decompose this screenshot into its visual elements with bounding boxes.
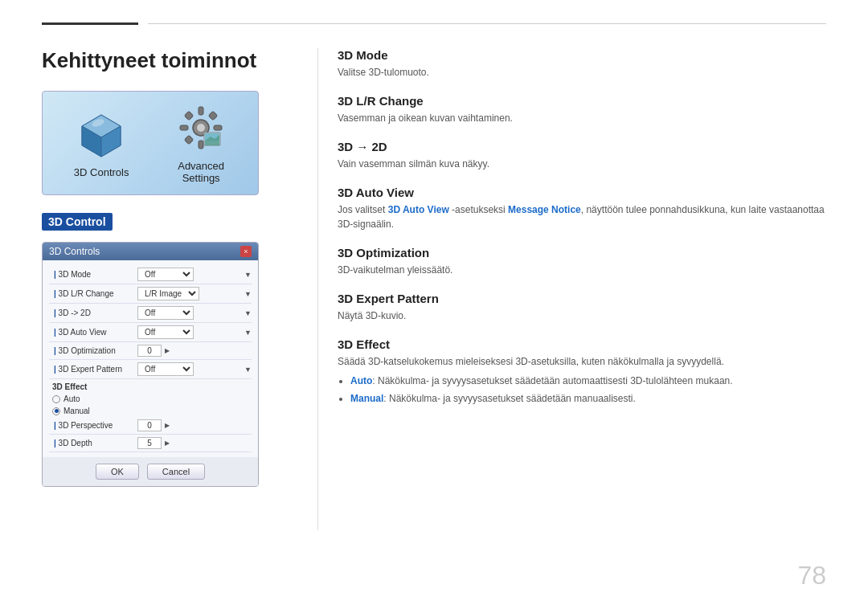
- row-label-3d-mode: 3D Mode: [49, 270, 137, 279]
- row-label-auto-view: 3D Auto View: [49, 328, 137, 337]
- icon-label-advanced-settings: AdvancedSettings: [178, 160, 224, 184]
- top-line-light: [148, 23, 826, 24]
- row-arrow-3d-2d: ▼: [244, 309, 252, 317]
- highlight-auto: Auto: [350, 375, 372, 386]
- perspective-value: 0: [137, 419, 162, 431]
- section-title-auto-view: 3D Auto View: [338, 186, 826, 199]
- gear-icon: [175, 102, 227, 153]
- row-value-expert-pattern: Off ▼: [137, 362, 252, 376]
- row-label-expert-pattern: 3D Expert Pattern: [49, 365, 137, 374]
- section-lr-change: 3D L/R Change Vasemman ja oikean kuvan v…: [338, 94, 826, 125]
- optimization-number: 0 ▶: [137, 345, 170, 357]
- row-value-auto-view: Off ▼: [137, 325, 252, 339]
- vertical-divider: [317, 48, 318, 530]
- cancel-button[interactable]: Cancel: [147, 464, 205, 480]
- row-value-3d-2d: Off ▼: [137, 306, 252, 320]
- section-3d-2d: 3D → 2D Vain vasemman silmän kuva näkyy.: [338, 140, 826, 171]
- depth-value: 5: [137, 437, 162, 449]
- row-value-perspective: 0 ▶: [137, 419, 252, 431]
- row-arrow-3d-mode: ▼: [244, 271, 252, 279]
- dialog-titlebar: 3D Controls ×: [43, 243, 258, 260]
- dialog-box: 3D Controls × 3D Mode Off ▼ 3D L/R Ch: [42, 242, 259, 487]
- section-3d-mode: 3D Mode Valitse 3D-tulomuoto.: [338, 48, 826, 80]
- 3d-effect-bullets: Auto: Näkökulma- ja syvyysasetukset sääd…: [338, 374, 826, 406]
- section-title-3d-mode: 3D Mode: [338, 48, 826, 62]
- 3d-mode-select[interactable]: Off: [137, 268, 194, 281]
- icon-grid: 3D Controls: [42, 91, 259, 195]
- 3d-2d-select[interactable]: Off: [137, 306, 194, 320]
- svg-rect-7: [199, 107, 203, 115]
- svg-rect-13: [184, 135, 193, 144]
- section-desc-3d-mode: Valitse 3D-tulomuoto.: [338, 65, 826, 80]
- icon-label-3d-controls: 3D Controls: [74, 166, 129, 178]
- dialog-row-auto-view: 3D Auto View Off ▼: [49, 323, 252, 342]
- dialog-row-perspective: 3D Perspective 0 ▶: [49, 417, 252, 435]
- section-desc-optimization: 3D-vaikutelman yleissäätö.: [338, 263, 826, 277]
- top-decorative-lines: [0, 0, 868, 25]
- section-expert-pattern: 3D Expert Pattern Näytä 3D-kuvio.: [338, 292, 826, 323]
- top-line-dark: [42, 22, 138, 25]
- svg-rect-11: [184, 111, 193, 120]
- row-label-lr-change: 3D L/R Change: [49, 289, 137, 298]
- row-value-3d-mode: Off ▼: [137, 268, 252, 281]
- svg-rect-12: [208, 111, 217, 120]
- row-arrow-expert-pattern: ▼: [244, 366, 252, 374]
- dialog-title: 3D Controls: [49, 246, 100, 257]
- auto-view-select[interactable]: Off: [137, 325, 194, 339]
- bullet-manual: Manual: Näkökulma- ja syvyysasetukset sä…: [350, 391, 826, 406]
- row-value-optimization: 0 ▶: [137, 345, 252, 357]
- section-3d-effect: 3D Effect Säädä 3D-katselukokemus mielei…: [338, 337, 826, 406]
- 3d-control-header: 3D Control: [42, 213, 113, 231]
- radio-row-auto: Auto: [49, 393, 252, 405]
- row-label-depth: 3D Depth: [49, 439, 137, 447]
- perspective-number: 0 ▶: [137, 419, 170, 431]
- dialog-body: 3D Mode Off ▼ 3D L/R Change L/R Image: [43, 260, 258, 457]
- row-value-lr-change: L/R Image ▼: [137, 287, 252, 300]
- svg-rect-9: [180, 125, 188, 130]
- highlight-message-notice: Message Notice: [508, 204, 581, 215]
- section-desc-expert-pattern: Näytä 3D-kuvio.: [338, 309, 826, 323]
- section-title-optimization: 3D Optimization: [338, 246, 826, 260]
- row-label-optimization: 3D Optimization: [49, 346, 137, 355]
- highlight-auto-view: 3D Auto View: [388, 204, 449, 215]
- perspective-forward[interactable]: ▶: [165, 422, 170, 429]
- optimization-value: 0: [137, 345, 162, 357]
- row-label-3d-2d: 3D -> 2D: [49, 309, 137, 317]
- highlight-manual: Manual: [350, 393, 383, 404]
- lr-change-select[interactable]: L/R Image: [137, 287, 199, 300]
- radio-manual[interactable]: [52, 407, 60, 415]
- expert-pattern-select[interactable]: Off: [137, 362, 194, 376]
- row-label-perspective: 3D Perspective: [49, 421, 137, 430]
- dialog-row-lr-change: 3D L/R Change L/R Image ▼: [49, 284, 252, 304]
- dialog-close-button[interactable]: ×: [240, 246, 252, 257]
- dialog-row-3d-mode: 3D Mode Off ▼: [49, 265, 252, 284]
- depth-number: 5 ▶: [137, 437, 170, 449]
- section-desc-auto-view: Jos valitset 3D Auto View -asetukseksi M…: [338, 202, 826, 231]
- dialog-row-expert-pattern: 3D Expert Pattern Off ▼: [49, 360, 252, 379]
- dialog-row-depth: 3D Depth 5 ▶: [49, 435, 252, 452]
- effect-section-label: 3D Effect: [49, 379, 252, 393]
- icon-item-advanced-settings: AdvancedSettings: [175, 102, 227, 184]
- bullet-auto: Auto: Näkökulma- ja syvyysasetukset sääd…: [350, 374, 826, 388]
- radio-auto[interactable]: [52, 395, 60, 403]
- row-arrow-lr-change: ▼: [244, 290, 252, 298]
- right-column: 3D Mode Valitse 3D-tulomuoto. 3D L/R Cha…: [338, 48, 826, 420]
- ok-button[interactable]: OK: [96, 464, 139, 480]
- section-title-lr-change: 3D L/R Change: [338, 94, 826, 108]
- optimization-forward[interactable]: ▶: [165, 347, 170, 354]
- row-value-depth: 5 ▶: [137, 437, 252, 449]
- section-title-3d-effect: 3D Effect: [338, 337, 826, 351]
- cube-icon: [76, 108, 127, 160]
- depth-forward[interactable]: ▶: [165, 439, 170, 447]
- page-title: Kehittyneet toiminnot: [42, 48, 299, 73]
- section-title-expert-pattern: 3D Expert Pattern: [338, 292, 826, 305]
- left-column: Kehittyneet toiminnot 3D Controls: [42, 48, 299, 487]
- icon-item-3d-controls: 3D Controls: [74, 108, 129, 178]
- row-arrow-auto-view: ▼: [244, 329, 252, 337]
- page-container: Kehittyneet toiminnot 3D Controls: [0, 0, 868, 613]
- section-desc-3d-effect: Säädä 3D-katselukokemus mieleiseksesi 3D…: [338, 354, 826, 369]
- dialog-buttons: OK Cancel: [43, 457, 258, 486]
- svg-point-6: [197, 124, 205, 132]
- radio-label-auto: Auto: [63, 394, 80, 403]
- section-desc-lr-change: Vasemman ja oikean kuvan vaihtaminen.: [338, 111, 826, 125]
